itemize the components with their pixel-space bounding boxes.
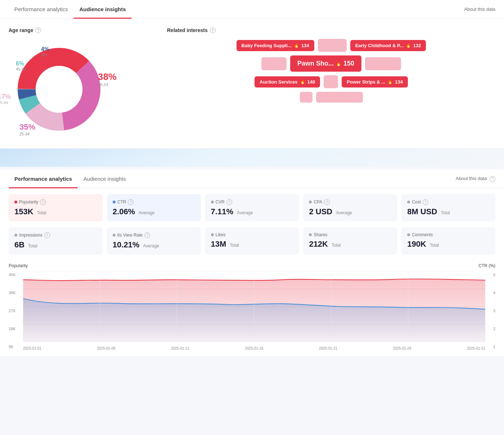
metric-cpa-label: CPA ? — [309, 199, 391, 205]
metric-dot-cvr — [211, 201, 214, 203]
metric-shares: Shares 212K Total — [303, 227, 397, 255]
interest-placeholder-1 — [318, 39, 347, 52]
age-range-info-icon[interactable]: ? — [35, 27, 41, 33]
metric-cost: Cost ? 8M USD Total — [401, 194, 495, 221]
interest-auction[interactable]: Auction Services 🔥 140 — [255, 76, 320, 88]
tab-performance-analytics-bottom[interactable]: Performance analytics — [9, 170, 78, 188]
metric-cost-info[interactable]: ? — [423, 199, 428, 205]
metric-comments: Comments 190K Total — [401, 227, 495, 255]
top-section: Performance analytics Audience insights … — [0, 0, 504, 149]
interest-placeholder-6 — [316, 92, 363, 103]
metric-impressions-info[interactable]: ? — [44, 232, 50, 238]
related-interests-section: Related interests ? Baby Feeding Suppli.… — [167, 27, 495, 140]
tab-performance-analytics-top[interactable]: Performance analytics — [9, 0, 73, 19]
metric-shares-label: Shares — [309, 232, 391, 237]
metric-popularity-label: Popularity ? — [14, 199, 97, 205]
interests-grid: Baby Feeding Suppli... 🔥 134 Early Child… — [167, 39, 495, 103]
metric-cvr-value: 7.11% Average — [211, 207, 293, 216]
metric-dot-cpa — [309, 201, 312, 203]
audience-panel: Age range ? — [0, 19, 504, 148]
metric-cvr-info[interactable]: ? — [226, 199, 232, 205]
donut-labels: 38% 18-24 35% 25-34 17% 35-44 — [9, 39, 109, 140]
metric-6s-value: 10.21% Average — [113, 240, 195, 250]
chart-header: Popularity CTR (%) — [9, 263, 495, 268]
interest-baby-feeding[interactable]: Baby Feeding Suppli... 🔥 134 — [237, 40, 314, 51]
metric-cpa: CPA ? 2 USD Average — [303, 194, 397, 221]
about-data-info-icon[interactable]: ? — [490, 176, 495, 182]
chart-svg — [23, 271, 485, 342]
interest-placeholder-2 — [261, 57, 287, 70]
age-label-55plus: 4% 55+ — [41, 46, 49, 57]
metric-cvr-label: CVR ? — [211, 199, 293, 205]
bottom-section: Performance analytics Audience insights … — [0, 170, 504, 356]
metric-likes-value: 13M Total — [211, 239, 293, 249]
y-axis-left: 45K 36K 27K 18K 9K — [9, 271, 22, 350]
metric-6s-info[interactable]: ? — [144, 232, 150, 238]
age-label-18-24: 38% 18-24 — [98, 71, 117, 87]
metric-comments-label: Comments — [407, 232, 490, 237]
interest-placeholder-4 — [324, 75, 338, 88]
metrics-row-1: Popularity ? 153K Total CTR ? 2.06% Aver… — [0, 188, 504, 227]
metric-dot-ctr — [113, 201, 116, 203]
metric-ctr: CTR ? 2.06% Average — [107, 194, 201, 221]
metric-cvr: CVR ? 7.11% Average — [205, 194, 299, 221]
y-axis-right: 5 4 3 2 1 — [488, 271, 495, 350]
bottom-tab-bar: Performance analytics Audience insights … — [0, 170, 504, 188]
metric-likes: Likes 13M Total — [205, 227, 299, 255]
interest-placeholder-3 — [365, 57, 401, 70]
age-label-25-34: 35% 25-34 — [19, 122, 35, 136]
related-interests-info-icon[interactable]: ? — [210, 27, 216, 33]
chart-y-label-left: Popularity — [9, 263, 28, 268]
x-axis: 2025-01-01 2025-01-06 2025-01-11 2025-01… — [23, 346, 485, 350]
chart-y-label-right: CTR (%) — [478, 263, 495, 268]
metric-likes-label: Likes — [211, 232, 293, 237]
metric-dot-popularity — [14, 201, 17, 203]
metric-popularity: Popularity ? 153K Total — [9, 194, 103, 221]
metric-cpa-value: 2 USD Average — [309, 207, 391, 216]
metric-impressions: Impressions ? 6B Total — [9, 227, 103, 255]
tab-audience-insights-bottom[interactable]: Audience insights — [78, 170, 132, 188]
metric-ctr-value: 2.06% Average — [113, 207, 195, 216]
chart-wrapper: 45K 36K 27K 18K 9K 5 4 3 2 1 — [9, 271, 495, 350]
metric-popularity-value: 153K Total — [14, 207, 97, 216]
metric-ctr-label: CTR ? — [113, 199, 195, 205]
age-label-45-54: 6% 45-54 — [16, 60, 26, 71]
metric-shares-value: 212K Total — [309, 239, 391, 249]
about-data-bottom[interactable]: About this data ? — [456, 176, 495, 182]
metrics-row-2: Impressions ? 6B Total 6s View Rate ? 10… — [0, 227, 504, 260]
interest-pawn-shop[interactable]: Pawn Sho... 🔥 150 — [290, 55, 361, 72]
metric-popularity-info[interactable]: ? — [40, 199, 46, 205]
metric-6s-label: 6s View Rate ? — [113, 232, 195, 238]
metric-impressions-label: Impressions ? — [14, 232, 97, 238]
wave-divider — [0, 149, 504, 167]
metric-comments-value: 190K Total — [407, 239, 490, 249]
related-interests-title: Related interests ? — [167, 27, 495, 33]
chart-section: Popularity CTR (%) 45K 36K 27K 18K 9K 5 … — [0, 260, 504, 356]
metric-cost-label: Cost ? — [407, 199, 490, 205]
interests-row-4 — [300, 92, 363, 103]
metric-dot-cost — [407, 201, 410, 203]
interest-power-strips[interactable]: Power Strips & ... 🔥 134 — [342, 76, 408, 88]
age-range-title: Age range ? — [9, 27, 153, 33]
interests-row-3: Auction Services 🔥 140 Power Strips & ..… — [255, 75, 408, 88]
top-tab-bar: Performance analytics Audience insights … — [0, 0, 504, 19]
age-label-35-44: 17% 35-44 — [0, 93, 11, 105]
interest-early-childhood[interactable]: Early Childhood & P... 🔥 132 — [350, 40, 426, 51]
metric-6s-view-rate: 6s View Rate ? 10.21% Average — [107, 227, 201, 255]
metric-cpa-info[interactable]: ? — [324, 199, 330, 205]
chart-area — [23, 271, 485, 342]
age-range-section: Age range ? — [9, 27, 153, 140]
metric-ctr-info[interactable]: ? — [128, 199, 134, 205]
interest-placeholder-5 — [300, 92, 312, 103]
tab-audience-insights-top[interactable]: Audience insights — [73, 0, 131, 19]
interests-row-1: Baby Feeding Suppli... 🔥 134 Early Child… — [237, 39, 426, 52]
metric-cost-value: 8M USD Total — [407, 207, 490, 216]
interests-row-2: Pawn Sho... 🔥 150 — [261, 55, 401, 72]
about-data-top[interactable]: About this data — [464, 6, 495, 12]
metric-impressions-value: 6B Total — [14, 240, 97, 250]
